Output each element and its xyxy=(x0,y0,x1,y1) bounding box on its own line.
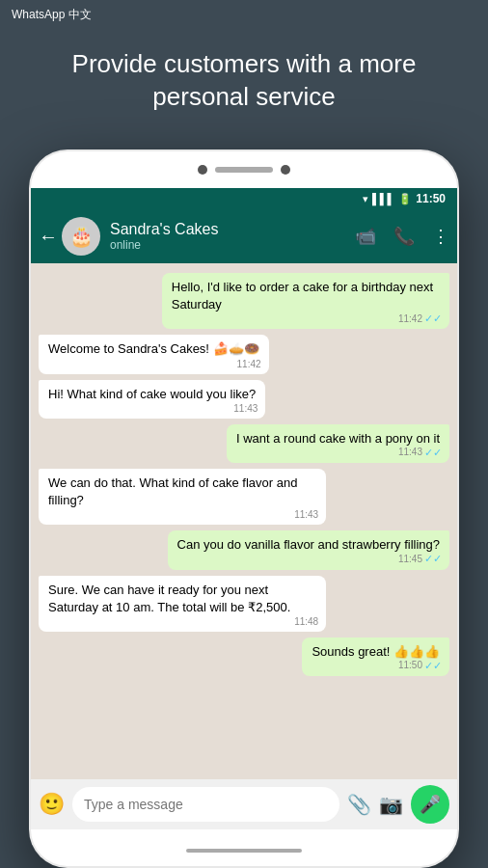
read-receipt-icon: ✓✓ xyxy=(424,659,442,673)
message-bubble: Welcome to Sandra's Cakes! 🍰🥧🍩11:42 xyxy=(39,335,269,373)
chat-area: Hello, I'd like to order a cake for a bi… xyxy=(31,263,457,816)
message-time: 11:42✓✓ xyxy=(398,312,442,326)
more-options-icon[interactable]: ⋮ xyxy=(432,226,449,247)
message-text: Hello, I'd like to order a cake for a bi… xyxy=(172,280,433,312)
battery-icon: 🔋 xyxy=(398,193,412,205)
avatar-emoji: 🎂 xyxy=(69,225,94,248)
contact-status: online xyxy=(110,238,355,252)
phone-notch xyxy=(198,165,290,175)
front-camera xyxy=(198,165,207,175)
sent-bubble: Sounds great! 👍👍👍11:50✓✓ xyxy=(302,637,449,676)
phone-inner: ▾ ▌▌▌ 🔋 11:50 ← 🎂 Sandra's Cakes online … xyxy=(31,151,457,866)
message-time: 11:43 xyxy=(294,508,318,522)
mic-button[interactable]: 🎤 xyxy=(411,785,449,824)
message-time: 11:48 xyxy=(294,615,318,629)
headline-section: Provide customers with a more personal s… xyxy=(0,29,488,133)
read-receipt-icon: ✓✓ xyxy=(424,312,442,326)
message-input[interactable] xyxy=(72,787,339,822)
message-bubble: Can you do vanilla flavor and strawberry… xyxy=(168,530,449,569)
status-bar: ▾ ▌▌▌ 🔋 11:50 xyxy=(31,188,457,209)
app-label: WhatsApp 中文 xyxy=(12,7,92,23)
message-text: Welcome to Sandra's Cakes! 🍰🥧🍩 xyxy=(48,341,259,356)
message-time: 11:43✓✓ xyxy=(398,446,442,460)
camera-icon[interactable]: 📷 xyxy=(379,793,403,816)
phone-icon[interactable]: 📞 xyxy=(393,226,415,247)
message-text: We can do that. What kind of cake flavor… xyxy=(48,475,297,507)
phone-speaker xyxy=(215,167,273,173)
message-time: 11:50✓✓ xyxy=(398,659,442,673)
message-bubble: Hi! What kind of cake would you like?11:… xyxy=(39,380,265,419)
message-text: Can you do vanilla flavor and strawberry… xyxy=(177,537,440,552)
phone-outer: ▾ ▌▌▌ 🔋 11:50 ← 🎂 Sandra's Cakes online … xyxy=(29,149,459,868)
sent-bubble: Can you do vanilla flavor and strawberry… xyxy=(168,530,449,569)
message-bubble: Sounds great! 👍👍👍11:50✓✓ xyxy=(302,637,449,676)
contact-name[interactable]: Sandra's Cakes xyxy=(110,221,355,238)
message-bubble: Sure. We can have it ready for you next … xyxy=(39,576,326,632)
message-text: Hi! What kind of cake would you like? xyxy=(48,387,256,401)
message-time: 11:43 xyxy=(233,402,258,416)
message-time: 11:42 xyxy=(237,358,261,371)
message-bubble: I want a round cake with a pony on it11:… xyxy=(227,424,449,463)
contact-info: Sandra's Cakes online xyxy=(110,221,355,252)
back-button[interactable]: ← xyxy=(39,226,58,248)
video-call-icon[interactable]: 📹 xyxy=(355,226,376,247)
received-bubble: We can do that. What kind of cake flavor… xyxy=(39,469,326,525)
signal-icon: ▌▌▌ xyxy=(372,193,394,204)
top-bar: WhatsApp 中文 xyxy=(0,0,488,29)
message-text: Sounds great! 👍👍👍 xyxy=(312,644,440,659)
contact-avatar[interactable]: 🎂 xyxy=(62,217,100,256)
wifi-icon: ▾ xyxy=(363,193,368,205)
read-receipt-icon: ✓✓ xyxy=(424,446,442,460)
chat-header: ← 🎂 Sandra's Cakes online 📹 📞 ⋮ xyxy=(31,209,457,263)
message-text: Sure. We can have it ready for you next … xyxy=(48,583,290,614)
received-bubble: Sure. We can have it ready for you next … xyxy=(39,576,326,632)
mic-icon: 🎤 xyxy=(420,794,441,815)
read-receipt-icon: ✓✓ xyxy=(424,552,442,566)
sent-bubble: Hello, I'd like to order a cake for a bi… xyxy=(162,273,449,329)
header-icons: 📹 📞 ⋮ xyxy=(355,226,449,247)
home-indicator xyxy=(186,849,302,853)
front-camera-right xyxy=(281,165,290,175)
received-bubble: Hi! What kind of cake would you like?11:… xyxy=(39,380,265,419)
emoji-button[interactable]: 🙂 xyxy=(39,792,65,817)
message-time: 11:45✓✓ xyxy=(398,552,442,566)
status-icons: ▾ ▌▌▌ 🔋 11:50 xyxy=(363,192,446,205)
sent-bubble: I want a round cake with a pony on it11:… xyxy=(227,424,449,463)
input-bar: 🙂 📎 📷 🎤 xyxy=(31,779,457,829)
phone-container: ▾ ▌▌▌ 🔋 11:50 ← 🎂 Sandra's Cakes online … xyxy=(29,149,459,868)
headline-text: Provide customers with a more personal s… xyxy=(29,48,459,114)
message-bubble: Hello, I'd like to order a cake for a bi… xyxy=(162,273,449,329)
message-text: I want a round cake with a pony on it xyxy=(236,431,440,446)
received-bubble: Welcome to Sandra's Cakes! 🍰🥧🍩11:42 xyxy=(39,335,269,373)
message-bubble: We can do that. What kind of cake flavor… xyxy=(39,469,326,525)
status-time: 11:50 xyxy=(416,192,446,205)
attach-icon[interactable]: 📎 xyxy=(347,793,371,816)
